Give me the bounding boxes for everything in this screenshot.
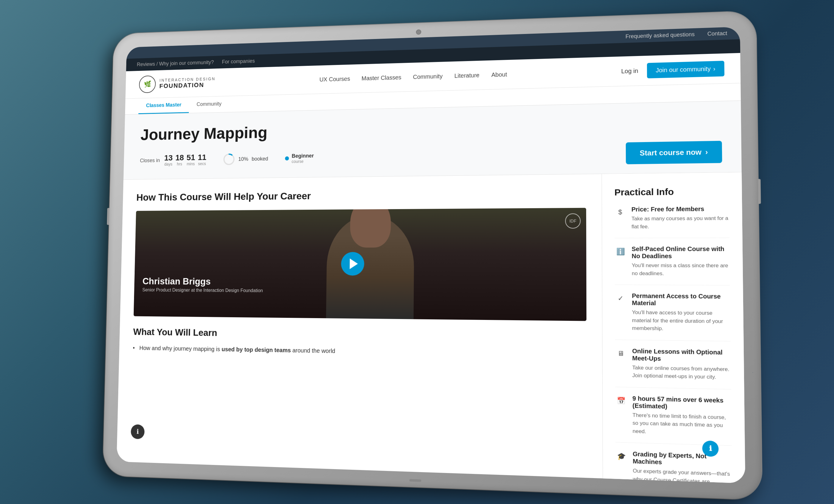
practical-info-title: Practical Info xyxy=(614,186,729,198)
main-nav-reviews[interactable]: Reviews / Why join our community? xyxy=(137,59,214,68)
access-icon: ✓ xyxy=(615,293,626,304)
info-item-duration: 📅 9 hours 57 mins over 6 weeks (Estimate… xyxy=(615,394,732,446)
tablet-shell: Frequently asked questions Contact Revie… xyxy=(103,11,762,500)
video-person-name: Christian Briggs Senior Product Designer… xyxy=(142,276,263,294)
nav-literature[interactable]: Literature xyxy=(454,72,479,79)
closes-label: Closes in xyxy=(140,157,160,163)
course-title: Journey Mapping xyxy=(140,113,722,144)
meetups-heading: Online Lessons with Optional Meet-Ups xyxy=(632,347,731,364)
logo-text: INTERACTION DESIGN FOUNDATION xyxy=(159,76,216,90)
access-text: Permanent Access to Course Material You'… xyxy=(632,292,730,334)
sub-nav-classes-master[interactable]: Classes Master xyxy=(138,97,189,114)
days-label: days xyxy=(164,162,173,167)
tablet-container: Frequently asked questions Contact Revie… xyxy=(103,11,762,500)
progress-circle-icon xyxy=(223,153,235,166)
access-heading: Permanent Access to Course Material xyxy=(632,292,730,307)
practical-info-sidebar: Practical Info $ Price: Free for Members… xyxy=(602,173,745,483)
paced-text: Self-Paced Online Course with No Deadlin… xyxy=(632,245,730,278)
logo-icon: 🌿 xyxy=(139,75,156,93)
faq-link[interactable]: Frequently asked questions xyxy=(626,31,695,40)
hrs-number: 18 xyxy=(175,154,184,162)
person-body xyxy=(326,215,414,319)
person-title: Senior Product Designer at the Interacti… xyxy=(142,287,263,294)
tablet-volume-button xyxy=(107,208,110,225)
content-area: How This Course Will Help Your Career xyxy=(116,173,745,483)
level-text: Beginner course xyxy=(292,153,314,164)
main-nav-companies[interactable]: For companies xyxy=(222,58,255,65)
course-video[interactable]: IDF Christian Briggs Senior Product Desi… xyxy=(134,208,587,321)
level-sub: course xyxy=(292,159,314,164)
nav-community[interactable]: Community xyxy=(413,73,443,80)
hrs-block: 18 hrs xyxy=(175,154,184,166)
level-info: Beginner course xyxy=(285,153,314,164)
mins-number: 51 xyxy=(186,154,195,162)
duration-heading: 9 hours 57 mins over 6 weeks (Estimated) xyxy=(632,395,731,411)
logo-tree-icon: 🌿 xyxy=(144,81,151,88)
join-arrow-icon: › xyxy=(713,65,715,72)
grading-icon: 🎓 xyxy=(615,451,627,462)
meetups-icon: 🖥 xyxy=(615,348,627,359)
price-text: Price: Free for Members Take as many cou… xyxy=(632,205,729,231)
days-number: 13 xyxy=(164,154,173,162)
booked-percent: 10% xyxy=(238,156,248,162)
grading-text: Grading by Experts, Not Machines Our exp… xyxy=(633,451,732,483)
mins-block: 51 mins xyxy=(186,154,195,166)
closes-in-section: Closes in 13 days 18 hrs xyxy=(140,153,206,167)
price-heading: Price: Free for Members xyxy=(632,205,729,213)
svg-point-0 xyxy=(224,154,234,165)
play-icon xyxy=(350,259,358,269)
course-meta: Closes in 13 days 18 hrs xyxy=(140,141,722,171)
meetups-desc: Take our online courses from anywhere. J… xyxy=(632,364,731,381)
start-arrow-icon: › xyxy=(705,148,708,156)
nav-ux-courses[interactable]: UX Courses xyxy=(319,75,350,83)
paced-desc: You'll never miss a class since there ar… xyxy=(632,262,730,278)
tablet-camera xyxy=(416,29,421,35)
nav-about[interactable]: About xyxy=(491,71,507,78)
duration-text: 9 hours 57 mins over 6 weeks (Estimated)… xyxy=(632,395,731,438)
price-desc: Take as many courses as you want for a f… xyxy=(632,215,729,231)
start-course-button[interactable]: Start course now › xyxy=(626,141,722,165)
access-desc: You'll have access to your course materi… xyxy=(632,309,731,334)
paced-icon: ℹ️ xyxy=(615,246,626,257)
info-item-meetups: 🖥 Online Lessons with Optional Meet-Ups … xyxy=(615,347,731,389)
nav-actions: Log in Join our community › xyxy=(621,61,724,79)
mins-label: mins xyxy=(187,161,195,166)
secs-number: 11 xyxy=(198,153,206,161)
nav-master-classes[interactable]: Master Classes xyxy=(361,74,401,82)
paced-heading: Self-Paced Online Course with No Deadlin… xyxy=(632,245,730,260)
nav-links: UX Courses Master Classes Community Lite… xyxy=(319,71,507,83)
person-head xyxy=(350,208,391,247)
learn-section-title: What You Will Learn xyxy=(133,327,587,344)
info-item-access: ✓ Permanent Access to Course Material Yo… xyxy=(615,292,730,341)
time-blocks: 13 days 18 hrs 51 mins xyxy=(164,153,206,167)
grading-desc: Our experts grade your answers—that's wh… xyxy=(633,467,732,483)
days-block: 13 days xyxy=(164,154,173,167)
video-watermark: IDF xyxy=(565,213,580,228)
learn-item: How and why journey mapping is used by t… xyxy=(133,343,587,360)
contact-link[interactable]: Contact xyxy=(707,30,727,37)
level-dot-icon xyxy=(285,156,289,160)
info-item-paced: ℹ️ Self-Paced Online Course with No Dead… xyxy=(615,245,730,285)
sub-nav-community[interactable]: Community xyxy=(189,96,229,113)
tablet-home-button xyxy=(409,479,421,482)
hrs-label: hrs xyxy=(177,162,182,166)
website-content: Frequently asked questions Contact Revie… xyxy=(116,27,745,483)
login-button[interactable]: Log in xyxy=(621,67,638,75)
level-name: Beginner xyxy=(292,153,314,159)
tablet-power-button xyxy=(758,179,761,204)
price-icon: $ xyxy=(614,207,626,218)
info-item-price: $ Price: Free for Members Take as many c… xyxy=(614,205,729,238)
video-section-title: How This Course Will Help Your Career xyxy=(136,188,586,203)
course-hero: Journey Mapping Closes in 13 days 18 xyxy=(123,101,741,180)
logo-area: 🌿 INTERACTION DESIGN FOUNDATION xyxy=(139,73,216,93)
secs-label: secs xyxy=(198,161,206,166)
join-community-button[interactable]: Join our community › xyxy=(647,61,724,78)
secs-block: 11 secs xyxy=(198,153,206,166)
booked-info: 10% booked xyxy=(223,153,268,166)
duration-desc: There's no time limit to finish a course… xyxy=(632,411,731,438)
logo-line2: FOUNDATION xyxy=(159,81,216,90)
booked-label: booked xyxy=(252,156,268,162)
tablet-screen: Frequently asked questions Contact Revie… xyxy=(116,27,745,483)
left-content: How This Course Will Help Your Career xyxy=(116,174,603,483)
meetups-text: Online Lessons with Optional Meet-Ups Ta… xyxy=(632,347,731,381)
